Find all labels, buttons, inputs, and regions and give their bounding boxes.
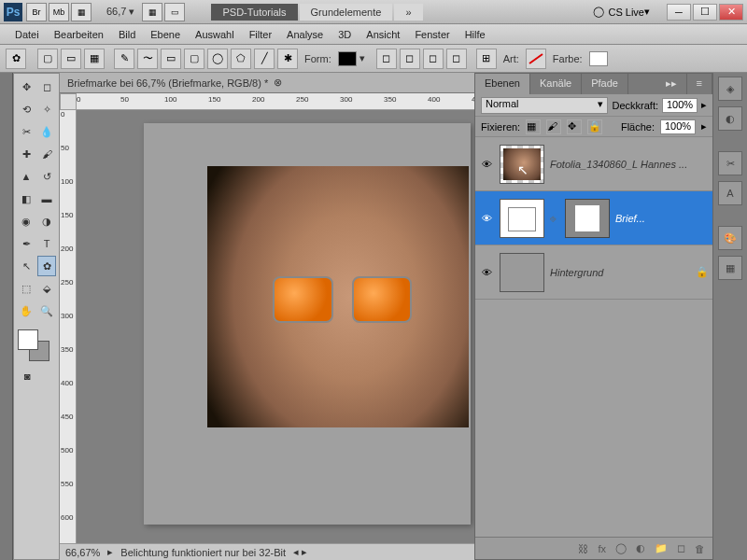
crop-tool[interactable]: ✂ <box>17 121 35 142</box>
horizontal-ruler[interactable]: 050100150200250300350400450 <box>77 93 474 110</box>
color-swatches[interactable] <box>16 328 57 365</box>
menu-auswahl[interactable]: Auswahl <box>188 27 242 42</box>
layer-fx-icon[interactable]: fx <box>598 543 606 554</box>
layer-name[interactable]: Hintergrund <box>550 267 690 278</box>
panel-menu-icon[interactable]: ≡ <box>687 74 712 94</box>
roundrect-shape-icon[interactable]: ▢ <box>184 49 204 69</box>
zoom-tool[interactable]: 🔍 <box>37 301 56 321</box>
vertical-ruler[interactable]: 050100150200250300350400450500550600 <box>60 110 77 543</box>
lock-position-icon[interactable]: ✥ <box>567 119 582 134</box>
move-tool[interactable]: ✥ <box>17 77 35 97</box>
menu-ebene[interactable]: Ebene <box>143 27 188 42</box>
lock-pixels-icon[interactable]: 🖌 <box>546 119 561 134</box>
strip-layers-icon[interactable]: ◈ <box>718 77 742 101</box>
workspace-tab-psd-tutorials[interactable]: PSD-Tutorials <box>211 4 297 21</box>
arrange-button[interactable]: ▭ <box>164 3 185 21</box>
new-group-icon[interactable]: 📁 <box>655 542 668 554</box>
healing-tool[interactable]: ✚ <box>17 144 35 164</box>
zoom-level-display[interactable]: 66,7 ▾ <box>99 6 142 18</box>
3d-tool[interactable]: ⬚ <box>17 278 35 299</box>
fill-pixels-icon[interactable]: ▦ <box>84 49 105 69</box>
layer-thumbnail[interactable] <box>500 199 544 238</box>
layer-row[interactable]: 👁 ⎆ Brief... <box>475 191 712 245</box>
3d-camera-tool[interactable]: ⬙ <box>37 278 56 299</box>
rect-shape-icon[interactable]: ▭ <box>161 49 181 69</box>
opacity-input[interactable]: 100% <box>662 98 698 113</box>
layer-mask-thumbnail[interactable] <box>565 199 610 238</box>
delete-layer-icon[interactable]: 🗑 <box>695 543 705 554</box>
history-brush-tool[interactable]: ↺ <box>37 166 56 187</box>
visibility-toggle[interactable]: 👁 <box>479 265 494 280</box>
canvas[interactable] <box>77 110 474 543</box>
view-extras-button[interactable]: ▦ <box>142 3 162 21</box>
path-select-tool[interactable]: ↖ <box>17 256 35 276</box>
layer-name[interactable]: Brief... <box>615 213 709 224</box>
menu-datei[interactable]: Datei <box>7 27 47 42</box>
menu-bearbeiten[interactable]: Bearbeiten <box>47 27 111 42</box>
lock-all-icon[interactable]: 🔒 <box>587 119 602 134</box>
new-layer-icon[interactable]: ◻ <box>677 542 685 554</box>
screen-mode-button[interactable]: ▦ <box>71 3 92 21</box>
menu-3d[interactable]: 3D <box>331 27 359 42</box>
visibility-toggle[interactable]: 👁 <box>479 211 494 226</box>
menu-filter[interactable]: Filter <box>242 27 279 42</box>
combine-exclude-icon[interactable]: ◻ <box>446 49 467 69</box>
quickmask-tool[interactable]: ◙ <box>17 366 37 386</box>
fill-flyout-icon[interactable]: ▸ <box>701 120 707 133</box>
stamp-tool[interactable]: ▲ <box>17 166 35 187</box>
strip-character-icon[interactable]: A <box>718 181 742 205</box>
strip-swatches-icon[interactable]: ▦ <box>718 256 742 280</box>
document-tab[interactable]: Briefmarke bei 66,7% (Briefmarke, RGB/8)… <box>67 77 282 89</box>
eyedropper-tool[interactable]: 💧 <box>37 121 56 142</box>
close-tab-icon[interactable]: ⊗ <box>274 77 282 89</box>
farbe-swatch[interactable] <box>589 51 608 66</box>
magic-wand-tool[interactable]: ✧ <box>37 99 56 119</box>
visibility-toggle[interactable]: 👁 <box>479 157 494 172</box>
tab-kanaele[interactable]: Kanäle <box>530 74 582 94</box>
menu-ansicht[interactable]: Ansicht <box>359 27 407 42</box>
tab-ebenen[interactable]: Ebenen <box>475 74 530 94</box>
strip-adjustments-icon[interactable]: ◐ <box>718 106 742 131</box>
custom-shape-tool[interactable]: ✿ <box>37 256 56 276</box>
opacity-flyout-icon[interactable]: ▸ <box>701 99 707 111</box>
line-shape-icon[interactable]: ╱ <box>254 49 275 69</box>
tool-preset-icon[interactable]: ✿ <box>6 49 26 69</box>
freeform-pen-icon[interactable]: 〜 <box>137 49 158 69</box>
art-swatch[interactable] <box>526 49 546 69</box>
polygon-shape-icon[interactable]: ⬠ <box>231 49 251 69</box>
layer-thumbnail[interactable] <box>500 253 544 292</box>
close-button[interactable]: ✕ <box>719 4 743 21</box>
layer-thumbnail[interactable]: ↖ <box>500 145 544 184</box>
menu-hilfe[interactable]: Hilfe <box>458 27 493 42</box>
layer-row[interactable]: 👁 ↖ Fotolia_1340860_L Hannes ... <box>475 137 712 191</box>
menu-bild[interactable]: Bild <box>111 27 143 42</box>
fill-input[interactable]: 100% <box>660 119 696 134</box>
status-zoom[interactable]: 66,67% <box>65 547 100 558</box>
shape-layers-icon[interactable]: ▢ <box>37 49 58 69</box>
paths-icon[interactable]: ▭ <box>61 49 81 69</box>
link-layers-icon[interactable]: ⛓ <box>578 543 588 554</box>
type-tool[interactable]: T <box>37 233 56 254</box>
add-mask-icon[interactable]: ◯ <box>615 542 627 554</box>
combine-add-icon[interactable]: ◻ <box>376 49 397 69</box>
lasso-tool[interactable]: ⟲ <box>17 99 35 119</box>
workspace-tab-grundelemente[interactable]: Grundelemente <box>300 4 393 21</box>
strip-color-icon[interactable]: 🎨 <box>718 226 742 250</box>
menu-analyse[interactable]: Analyse <box>279 27 331 42</box>
cs-live-button[interactable]: ◯CS Live ▾ <box>585 6 657 18</box>
blur-tool[interactable]: ◉ <box>17 211 35 231</box>
layer-name[interactable]: Fotolia_1340860_L Hannes ... <box>550 159 709 170</box>
combine-intersect-icon[interactable]: ◻ <box>423 49 444 69</box>
minimize-button[interactable]: ─ <box>667 4 691 21</box>
workspace-more[interactable]: » <box>394 4 422 21</box>
gradient-tool[interactable]: ▬ <box>37 189 56 209</box>
align-icon[interactable]: ⊞ <box>476 49 497 69</box>
pen-icon[interactable]: ✎ <box>114 49 134 69</box>
ruler-origin[interactable] <box>60 93 77 110</box>
foreground-color-swatch[interactable] <box>18 329 38 350</box>
adjustment-layer-icon[interactable]: ◐ <box>636 542 645 554</box>
eraser-tool[interactable]: ◧ <box>17 189 35 209</box>
form-swatch[interactable] <box>338 51 357 66</box>
left-dock-strip[interactable] <box>0 73 13 560</box>
ellipse-shape-icon[interactable]: ◯ <box>207 49 228 69</box>
